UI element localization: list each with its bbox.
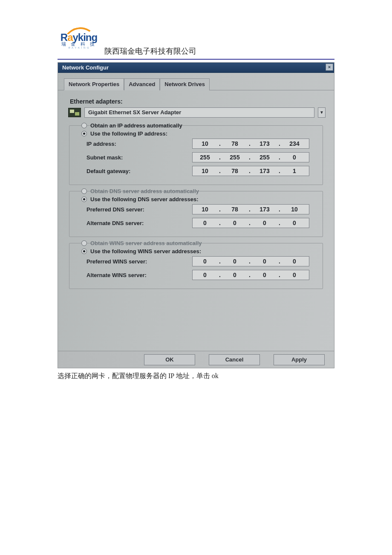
alternate-wins-label: Alternate WINS server: (86, 272, 192, 278)
adapter-dropdown[interactable]: Gigabit Ethernet SX Server Adapter (84, 107, 314, 118)
radio-dns-auto-label: Obtain DNS server address automatically (90, 188, 199, 194)
preferred-dns-input[interactable]: 10. 78. 173. 10 (192, 204, 309, 214)
close-icon[interactable]: × (326, 64, 333, 71)
tab-advanced[interactable]: Advanced (124, 78, 160, 90)
alternate-dns-input[interactable]: 0. 0. 0. 0 (192, 218, 309, 228)
radio-wins-manual[interactable]: Use the following WINS server addresses: (81, 248, 318, 254)
radio-ip-manual[interactable]: Use the following IP address: (81, 130, 318, 137)
tab-network-properties[interactable]: Network Properties (64, 78, 124, 90)
radio-icon (81, 249, 87, 254)
cancel-button[interactable]: Cancel (209, 354, 260, 365)
dialog-button-bar: OK Cancel Apply (58, 351, 334, 368)
chevron-down-icon[interactable]: ▼ (318, 107, 326, 118)
radio-dns-manual[interactable]: Use the following DNS server addresses: (81, 196, 318, 202)
dialog-titlebar[interactable]: Network Configur × (58, 63, 334, 73)
preferred-wins-label: Preferred WINS server: (86, 258, 192, 265)
company-logo: Rayking 瑞 金 科 技 R A Y K I N G (58, 25, 100, 49)
caption-text: 选择正确的网卡，配置物理服务器的 IP 地址，单击 ok (58, 372, 334, 381)
document-header: Rayking 瑞 金 科 技 R A Y K I N G 陕西瑞金电子科技有限… (58, 26, 334, 60)
nic-icon (68, 108, 81, 117)
radio-dns-auto: Obtain DNS server address automatically (81, 188, 318, 194)
ip-address-label: IP address: (86, 141, 192, 147)
logo-arc-icon (62, 25, 96, 34)
radio-wins-auto-label: Obtain WINS server address automatically (90, 240, 202, 246)
wins-section: Obtain WINS server address automatically… (69, 243, 323, 289)
radio-ip-manual-label: Use the following IP address: (90, 130, 167, 137)
radio-dns-manual-label: Use the following DNS server addresses: (90, 196, 199, 202)
preferred-wins-input[interactable]: 0. 0. 0. 0 (192, 256, 309, 266)
alternate-wins-input[interactable]: 0. 0. 0. 0 (192, 270, 309, 280)
alternate-dns-label: Alternate DNS server: (86, 220, 192, 226)
radio-wins-manual-label: Use the following WINS server addresses: (90, 248, 201, 254)
radio-icon (81, 131, 87, 136)
radio-icon (81, 197, 87, 202)
company-name: 陕西瑞金电子科技有限公司 (104, 46, 196, 56)
preferred-dns-label: Preferred DNS server: (86, 206, 192, 213)
subnet-mask-input[interactable]: 255. 255. 255. 0 (192, 152, 309, 162)
default-gateway-label: Default gateway: (86, 168, 192, 174)
ok-button[interactable]: OK (144, 354, 195, 365)
adapters-label: Ethernet adapters: (70, 98, 326, 105)
ip-address-input[interactable]: 10. 78. 173. 234 (192, 139, 309, 149)
tab-network-drives[interactable]: Network Drives (160, 78, 210, 90)
radio-icon (81, 188, 87, 194)
dns-section: Obtain DNS server address automatically … (69, 191, 323, 237)
radio-ip-auto-label: Obtain an IP address automatically (90, 122, 182, 129)
radio-icon (81, 123, 87, 128)
logo-subtitle: 瑞 金 科 技 (58, 42, 100, 46)
screenshot-dialog: Network Configur × Network Properties Ad… (58, 62, 334, 368)
default-gateway-input[interactable]: 10. 78. 173. 1 (192, 166, 309, 176)
tabs-bar: Network Properties Advanced Network Driv… (58, 73, 334, 90)
logo-tiny: R A Y K I N G (58, 46, 100, 49)
apply-button[interactable]: Apply (274, 354, 325, 365)
radio-ip-auto[interactable]: Obtain an IP address automatically (81, 122, 318, 129)
ip-section: Obtain an IP address automatically Use t… (69, 125, 323, 185)
subnet-mask-label: Subnet mask: (86, 154, 192, 161)
radio-wins-auto: Obtain WINS server address automatically (81, 240, 318, 246)
dialog-body: Ethernet adapters: Gigabit Ethernet SX S… (58, 90, 334, 289)
dialog-title: Network Configur (62, 64, 109, 71)
radio-icon (81, 240, 87, 246)
